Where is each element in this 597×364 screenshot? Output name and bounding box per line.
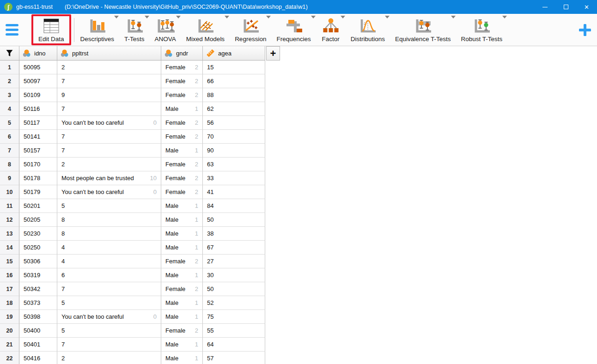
cell-agea[interactable]: 75 [203, 310, 265, 324]
cell-agea[interactable]: 66 [203, 74, 265, 88]
cell-agea[interactable]: 70 [203, 130, 265, 144]
cell-gndr[interactable]: Male 1 [161, 241, 203, 255]
cell-ppltrst[interactable]: You can't be too careful 0 [57, 185, 161, 199]
cell-idno[interactable]: 50250 [19, 241, 57, 255]
column-header-gndr[interactable]: gndr [161, 46, 203, 61]
cell-ppltrst[interactable]: 2 [57, 61, 161, 74]
cell-idno[interactable]: 50109 [19, 88, 57, 102]
row-number[interactable]: 21 [0, 338, 19, 352]
cell-ppltrst[interactable]: 8 [57, 227, 161, 241]
cell-agea[interactable]: 67 [203, 241, 265, 255]
cell-gndr[interactable]: Male 1 [161, 310, 203, 324]
cell-gndr[interactable]: Male 1 [161, 213, 203, 227]
row-number[interactable]: 7 [0, 144, 19, 158]
cell-gndr[interactable]: Female 2 [161, 88, 203, 102]
cell-gndr[interactable]: Male 1 [161, 199, 203, 213]
cell-idno[interactable]: 50116 [19, 102, 57, 116]
cell-gndr[interactable]: Female 2 [161, 255, 203, 268]
cell-idno[interactable]: 50179 [19, 185, 57, 199]
cell-ppltrst[interactable]: 5 [57, 324, 161, 338]
column-header-ppltrst[interactable]: ppltrst [57, 46, 161, 61]
anova-button[interactable]: ANOVA [150, 14, 181, 46]
cell-ppltrst[interactable]: 7 [57, 74, 161, 88]
row-number[interactable]: 13 [0, 227, 19, 241]
cell-gndr[interactable]: Female 2 [161, 158, 203, 171]
row-number[interactable]: 17 [0, 282, 19, 296]
row-number[interactable]: 20 [0, 324, 19, 338]
row-number[interactable]: 18 [0, 296, 19, 310]
cell-agea[interactable]: 38 [203, 227, 265, 241]
close-button[interactable]: ✕ [576, 0, 597, 14]
row-number[interactable]: 19 [0, 310, 19, 324]
minimize-button[interactable] [535, 0, 555, 14]
cell-agea[interactable]: 52 [203, 296, 265, 310]
cell-idno[interactable]: 50141 [19, 130, 57, 144]
cell-agea[interactable]: 64 [203, 338, 265, 352]
cell-idno[interactable]: 50398 [19, 310, 57, 324]
cell-agea[interactable]: 15 [203, 61, 265, 74]
descriptives-button[interactable]: Descriptives [75, 14, 120, 46]
cell-idno[interactable]: 50205 [19, 213, 57, 227]
cell-ppltrst[interactable]: 8 [57, 213, 161, 227]
cell-agea[interactable]: 57 [203, 352, 265, 364]
cell-gndr[interactable]: Male 1 [161, 102, 203, 116]
row-number[interactable]: 8 [0, 158, 19, 171]
cell-ppltrst[interactable]: 7 [57, 130, 161, 144]
cell-ppltrst[interactable]: 2 [57, 352, 161, 364]
cell-idno[interactable]: 50306 [19, 255, 57, 268]
cell-idno[interactable]: 50401 [19, 338, 57, 352]
row-number[interactable]: 4 [0, 102, 19, 116]
cell-ppltrst[interactable]: 6 [57, 268, 161, 282]
cell-ppltrst[interactable]: Most people can be trusted 10 [57, 171, 161, 185]
dropdown-caret-icon[interactable] [385, 16, 390, 18]
cell-agea[interactable]: 50 [203, 282, 265, 296]
cell-gndr[interactable]: Male 1 [161, 144, 203, 158]
cell-agea[interactable]: 30 [203, 268, 265, 282]
cell-ppltrst[interactable]: You can't be too careful 0 [57, 310, 161, 324]
cell-gndr[interactable]: Female 2 [161, 130, 203, 144]
add-column-button[interactable]: + [266, 46, 280, 61]
cell-idno[interactable]: 50342 [19, 282, 57, 296]
cell-gndr[interactable]: Female 2 [161, 324, 203, 338]
frequencies-button[interactable]: Frequencies [271, 14, 316, 46]
cell-idno[interactable]: 50157 [19, 144, 57, 158]
cell-gndr[interactable]: Female 2 [161, 74, 203, 88]
cell-idno[interactable]: 50416 [19, 352, 57, 364]
row-number[interactable]: 1 [0, 61, 19, 74]
cell-gndr[interactable]: Female 2 [161, 185, 203, 199]
cell-idno[interactable]: 50170 [19, 158, 57, 171]
cell-idno[interactable]: 50178 [19, 171, 57, 185]
cell-agea[interactable]: 55 [203, 324, 265, 338]
dropdown-caret-icon[interactable] [114, 16, 119, 18]
row-number[interactable]: 2 [0, 74, 19, 88]
cell-ppltrst[interactable]: 7 [57, 102, 161, 116]
row-number[interactable]: 14 [0, 241, 19, 255]
cell-idno[interactable]: 50373 [19, 296, 57, 310]
cell-ppltrst[interactable]: 7 [57, 144, 161, 158]
row-number[interactable]: 22 [0, 352, 19, 364]
cell-agea[interactable]: 41 [203, 185, 265, 199]
cell-ppltrst[interactable]: 5 [57, 296, 161, 310]
cell-gndr[interactable]: Female 2 [161, 171, 203, 185]
row-number[interactable]: 11 [0, 199, 19, 213]
row-number[interactable]: 16 [0, 268, 19, 282]
cell-agea[interactable]: 90 [203, 144, 265, 158]
dropdown-caret-icon[interactable] [266, 16, 271, 18]
column-header-agea[interactable]: agea [203, 46, 265, 61]
distributions-button[interactable]: Distributions [346, 14, 390, 46]
row-number[interactable]: 15 [0, 255, 19, 268]
cell-gndr[interactable]: Male 1 [161, 338, 203, 352]
dropdown-caret-icon[interactable] [451, 16, 456, 18]
cell-idno[interactable]: 50097 [19, 74, 57, 88]
cell-agea[interactable]: 63 [203, 158, 265, 171]
cell-agea[interactable]: 56 [203, 116, 265, 130]
cell-ppltrst[interactable]: 7 [57, 338, 161, 352]
dropdown-caret-icon[interactable] [225, 16, 229, 18]
cell-gndr[interactable]: Female 2 [161, 116, 203, 130]
regression-button[interactable]: Regression [230, 14, 271, 46]
cell-ppltrst[interactable]: 4 [57, 255, 161, 268]
filter-button[interactable] [0, 46, 19, 61]
dropdown-caret-icon[interactable] [145, 16, 149, 18]
cell-idno[interactable]: 50400 [19, 324, 57, 338]
cell-gndr[interactable]: Male 1 [161, 352, 203, 364]
